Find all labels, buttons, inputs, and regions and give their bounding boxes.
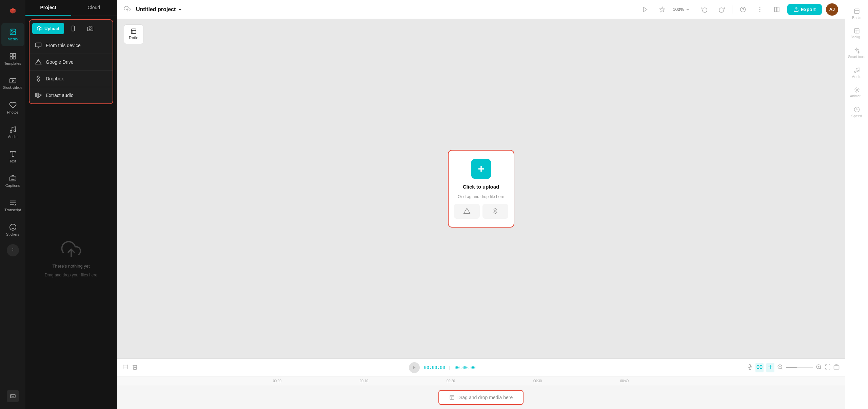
more-options-button[interactable]: [753, 4, 766, 15]
svg-rect-4: [13, 54, 15, 56]
time-separator: |: [449, 365, 450, 370]
delete-button[interactable]: [132, 364, 138, 371]
sidebar-item-captions[interactable]: Captions: [1, 170, 24, 193]
sidebar-item-transcript[interactable]: Transcript: [1, 194, 24, 217]
help-button[interactable]: [736, 4, 749, 15]
divider: [694, 5, 694, 14]
sidebar-item-audio[interactable]: Audio: [1, 121, 24, 144]
camera-upload-button[interactable]: [82, 23, 98, 34]
upload-dropdown: Upload From this device Google Drive Dro…: [29, 19, 113, 104]
ratio-button[interactable]: Ratio: [124, 24, 143, 44]
mobile-upload-button[interactable]: [65, 23, 81, 34]
svg-marker-48: [413, 366, 416, 369]
right-panel-smart-tools[interactable]: Smart tools: [847, 45, 867, 62]
upload-card-services: [454, 204, 508, 219]
right-panel-speed[interactable]: Speed: [847, 104, 867, 121]
svg-line-57: [781, 368, 782, 369]
ruler-mark-2: 00:20: [447, 379, 533, 383]
upload-button[interactable]: Upload: [32, 23, 64, 34]
zoom-out-button[interactable]: [777, 364, 783, 371]
svg-rect-63: [834, 366, 839, 369]
svg-rect-7: [9, 79, 16, 83]
export-button[interactable]: Export: [787, 4, 822, 15]
topbar-controls: 100% Export AJ: [639, 3, 838, 16]
empty-state: There's nothing yet Drag and drop your f…: [25, 108, 117, 409]
tab-project[interactable]: Project: [25, 0, 71, 16]
play-preview-button[interactable]: [639, 4, 652, 15]
right-panel-audio[interactable]: Audio: [847, 64, 867, 81]
svg-rect-12: [9, 177, 16, 181]
svg-rect-64: [450, 395, 454, 400]
right-panel-basic[interactable]: Basic: [847, 5, 867, 22]
upload-google-drive[interactable]: Google Drive: [29, 54, 113, 70]
split-track-button[interactable]: [755, 363, 764, 372]
timeline-drop-zone[interactable]: Drag and drop media here: [438, 390, 524, 405]
upload-plus-button[interactable]: [471, 159, 491, 179]
svg-rect-28: [37, 93, 38, 97]
svg-rect-6: [13, 57, 15, 59]
sidebar-item-text[interactable]: Text: [1, 145, 24, 168]
undo-button[interactable]: [698, 4, 711, 15]
fullscreen-button[interactable]: [833, 364, 840, 371]
svg-point-38: [760, 11, 760, 12]
sidebar-item-stock-videos[interactable]: Stock videos: [1, 72, 24, 95]
keyboard-shortcut-button[interactable]: [7, 390, 19, 402]
zoom-control[interactable]: 100%: [673, 7, 689, 12]
svg-rect-52: [757, 365, 759, 368]
timeline-left-controls: [122, 364, 138, 371]
svg-rect-42: [131, 29, 136, 34]
sidebar-item-photos[interactable]: Photos: [1, 96, 24, 119]
google-drive-service-button[interactable]: [454, 204, 480, 219]
magic-button[interactable]: [656, 4, 669, 15]
svg-rect-29: [39, 94, 40, 97]
svg-rect-67: [854, 28, 859, 33]
upload-dropbox[interactable]: Dropbox: [29, 70, 113, 87]
fit-to-screen-button[interactable]: [825, 364, 831, 371]
svg-point-69: [857, 71, 859, 72]
right-panel-background[interactable]: Backg...: [847, 25, 867, 42]
main-area: Untitled project 100%: [117, 0, 845, 409]
timeline-play-button[interactable]: [409, 362, 420, 373]
sidebar-item-stickers[interactable]: Stickers: [1, 218, 24, 241]
right-panel-animate[interactable]: Animat...: [847, 84, 867, 101]
ruler-mark-4: 00:40: [620, 379, 707, 383]
sidebar-item-templates[interactable]: Templates: [1, 47, 24, 71]
avatar[interactable]: AJ: [826, 3, 838, 16]
sidebar-item-media[interactable]: Media: [1, 23, 24, 46]
empty-title: There's nothing yet: [52, 264, 90, 269]
svg-point-68: [854, 71, 856, 73]
sidebar: Media Templates Stock videos Photos Audi…: [0, 0, 25, 409]
zoom-slider[interactable]: [786, 367, 813, 368]
upload-from-device[interactable]: From this device: [29, 37, 113, 54]
zoom-in-button[interactable]: [816, 364, 822, 371]
svg-rect-30: [41, 95, 41, 96]
divider: [732, 5, 732, 14]
svg-point-16: [9, 224, 16, 230]
right-panel: Basic Backg... Smart tools Audio Animat.…: [845, 0, 868, 409]
svg-rect-65: [854, 9, 859, 14]
microphone-button[interactable]: [747, 364, 753, 371]
trim-button[interactable]: [122, 364, 129, 371]
svg-point-37: [760, 9, 760, 10]
extract-audio[interactable]: Extract audio: [29, 87, 113, 103]
ruler-marks: 00:00 00:10 00:20 00:30 00:40: [273, 379, 845, 383]
timeline-center-controls: 00:00:00 | 00:00:00: [142, 362, 743, 373]
split-view-button[interactable]: [770, 4, 783, 15]
svg-rect-47: [123, 366, 128, 368]
sidebar-more-button[interactable]: [7, 244, 19, 256]
timeline-track: Drag and drop media here: [117, 386, 845, 409]
dropbox-service-button[interactable]: [482, 204, 508, 219]
project-name[interactable]: Untitled project: [136, 6, 182, 13]
upload-card-title: Click to upload: [463, 184, 499, 190]
svg-point-36: [760, 7, 760, 8]
tab-cloud[interactable]: Cloud: [71, 0, 117, 16]
timeline-area: 00:00:00 | 00:00:00: [117, 358, 845, 409]
svg-point-2: [11, 30, 12, 31]
empty-subtitle: Drag and drop your files here: [45, 273, 97, 277]
redo-button[interactable]: [715, 4, 728, 15]
svg-point-23: [89, 28, 91, 30]
split-audio-button[interactable]: [766, 363, 774, 372]
svg-rect-40: [777, 7, 779, 12]
svg-rect-24: [36, 43, 41, 47]
app-logo[interactable]: [5, 3, 20, 18]
